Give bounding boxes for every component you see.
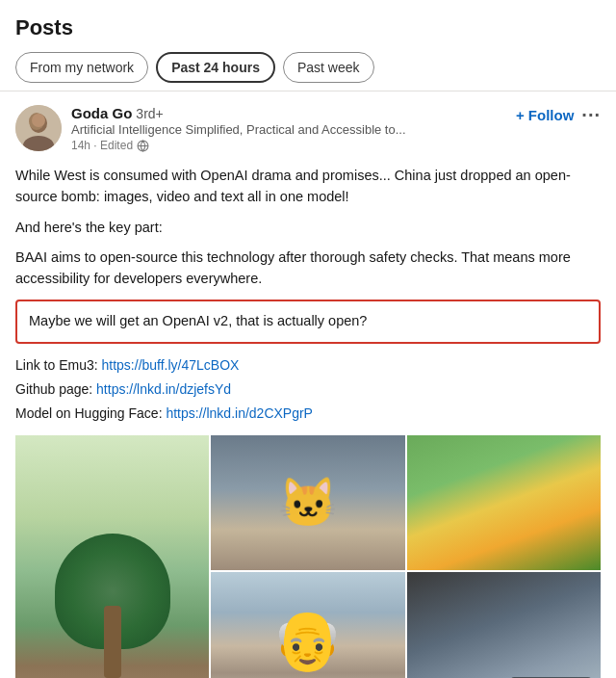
highlighted-text: Maybe we will get an OpenAI v2, that is … <box>29 313 367 328</box>
link-url-1[interactable]: https://buff.ly/47LcBOX <box>102 357 240 373</box>
link-row-1: Link to Emu3: https://buff.ly/47LcBOX <box>15 353 601 378</box>
post-meta: 14h · Edited <box>71 139 406 152</box>
post-paragraph-1: While West is consumed with OpenAI drama… <box>15 166 601 208</box>
svg-point-4 <box>32 114 45 127</box>
post-time: 14h · Edited <box>71 139 133 152</box>
post-paragraph-3: BAAI aims to open-source this technology… <box>15 248 601 290</box>
image-cat[interactable] <box>211 435 404 570</box>
post-body: While West is consumed with OpenAI drama… <box>15 158 601 678</box>
image-dark[interactable] <box>407 572 601 678</box>
post-header: Goda Go 3rd+ Artificial Intelligence Sim… <box>15 105 601 152</box>
filter-from-my-network[interactable]: From my network <box>15 52 148 83</box>
post-card: Goda Go 3rd+ Artificial Intelligence Sim… <box>0 91 616 678</box>
image-person[interactable] <box>211 572 404 678</box>
image-flowers[interactable] <box>407 435 601 570</box>
author-name[interactable]: Goda Go <box>71 105 132 121</box>
post-paragraph-2: And here's the key part: <box>15 218 601 239</box>
filter-row: From my network Past 24 hours Past week <box>15 52 601 83</box>
link-label-2: Github page: <box>15 381 96 397</box>
image-tree[interactable] <box>15 435 209 678</box>
link-url-2[interactable]: https://lnkd.in/dzjefsYd <box>96 381 231 397</box>
author-info: Goda Go 3rd+ Artificial Intelligence Sim… <box>71 105 406 152</box>
author-tagline: Artificial Intelligence Simplified, Prac… <box>71 122 406 137</box>
highlighted-quote: Maybe we will get an OpenAI v2, that is … <box>15 300 601 344</box>
follow-button[interactable]: + Follow <box>516 107 574 123</box>
author-degree: 3rd+ <box>136 106 163 121</box>
link-row-3: Model on Hugging Face: https://lnkd.in/d… <box>15 402 601 426</box>
page-title: Posts <box>15 15 601 40</box>
link-url-3[interactable]: https://lnkd.in/d2CXPgrP <box>166 405 313 421</box>
post-author-row: Goda Go 3rd+ Artificial Intelligence Sim… <box>15 105 406 152</box>
link-row-2: Github page: https://lnkd.in/dzjefsYd <box>15 378 601 402</box>
link-label-1: Link to Emu3: <box>15 357 102 373</box>
filter-past-week[interactable]: Past week <box>283 52 374 83</box>
links-section: Link to Emu3: https://buff.ly/47LcBOX Gi… <box>15 353 601 427</box>
avatar[interactable] <box>15 105 62 151</box>
post-actions: + Follow ··· <box>516 105 601 124</box>
author-name-row: Goda Go 3rd+ <box>71 105 406 121</box>
link-label-3: Model on Hugging Face: <box>15 405 166 421</box>
filter-past-24-hours[interactable]: Past 24 hours <box>156 52 275 83</box>
more-options-button[interactable]: ··· <box>581 105 601 124</box>
page-header: Posts From my network Past 24 hours Past… <box>0 0 616 91</box>
post-images: 公众号·量子位 <box>15 435 601 678</box>
globe-icon <box>137 140 149 152</box>
